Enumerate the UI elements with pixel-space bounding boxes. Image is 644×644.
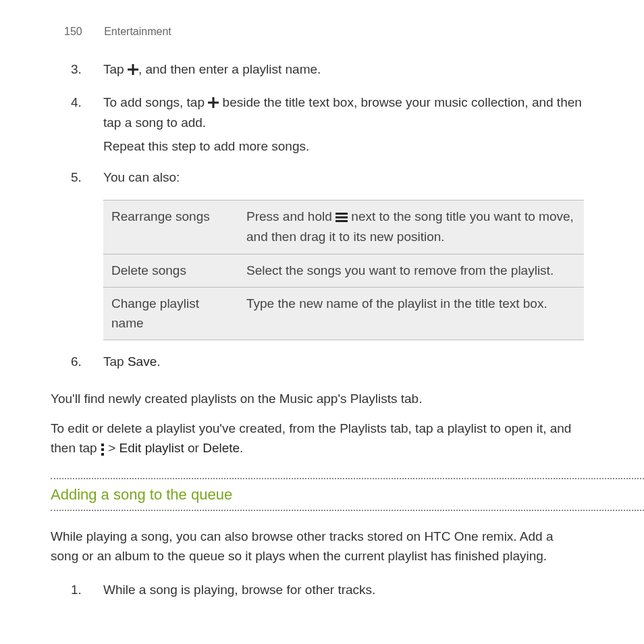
step-body: To add songs, tap beside the title text …	[103, 93, 583, 161]
save-label: Save	[128, 354, 157, 369]
svg-rect-6	[336, 220, 348, 222]
step-body: Tap , and then enter a playlist name.	[103, 60, 583, 85]
svg-rect-9	[101, 453, 104, 456]
svg-rect-3	[208, 101, 219, 103]
page-header: 150 Entertainment	[0, 24, 644, 40]
table-row: Delete songs Select the songs you want t…	[103, 254, 584, 288]
table-row: Rearrange songs Press and hold next to t…	[103, 200, 584, 254]
paragraph: To edit or delete a playlist you've crea…	[0, 414, 644, 464]
queue-step-1: 1. While a song is playing, browse for o…	[0, 581, 644, 604]
text: or	[184, 441, 203, 455]
table-row: Change playlist name Type the new name o…	[103, 288, 584, 340]
text: .	[157, 354, 160, 369]
options-table: Rearrange songs Press and hold next to t…	[103, 200, 584, 341]
step-number: 1.	[71, 581, 103, 604]
paragraph: You'll find newly created playlists on t…	[0, 384, 644, 414]
step-body: Tap Save.	[103, 352, 583, 376]
table-value: Type the new name of the playlist in the…	[238, 288, 584, 340]
text: You can also:	[103, 168, 583, 188]
plus-icon	[128, 61, 138, 81]
section-title: Adding a song to the queue	[51, 478, 644, 511]
step-3: 3. Tap , and then enter a playlist name.	[0, 60, 644, 85]
text: Press and hold	[246, 209, 336, 223]
step-body: You can also:	[103, 168, 583, 192]
step-5: 5. You can also:	[0, 168, 644, 192]
svg-rect-8	[101, 448, 104, 451]
step-number: 4.	[71, 93, 103, 161]
text: , and then enter a playlist name.	[138, 62, 321, 76]
edit-playlist-label: Edit playlist	[119, 441, 184, 455]
table-key: Delete songs	[103, 254, 238, 288]
text: Tap	[103, 354, 128, 369]
section-name: Entertainment	[104, 26, 171, 37]
table-key: Rearrange songs	[103, 200, 238, 254]
text: Repeat this step to add more songs.	[103, 137, 583, 157]
step-6: 6. Tap Save.	[0, 352, 644, 376]
drag-handle-icon	[336, 209, 348, 228]
step-number: 6.	[71, 352, 103, 376]
svg-rect-7	[101, 444, 104, 446]
table-value: Select the songs you want to remove from…	[238, 254, 584, 288]
text: To add songs, tap	[103, 95, 208, 109]
text: While a song is playing, browse for othe…	[103, 581, 583, 600]
step-body: While a song is playing, browse for othe…	[103, 581, 583, 604]
step-4: 4. To add songs, tap beside the title te…	[0, 93, 644, 161]
table-key: Change playlist name	[103, 288, 238, 340]
plus-icon	[208, 95, 219, 114]
delete-label: Delete	[203, 441, 240, 455]
svg-rect-5	[336, 216, 348, 218]
text: >	[105, 441, 119, 455]
svg-rect-4	[336, 213, 348, 215]
svg-rect-1	[128, 69, 138, 71]
text: .	[240, 441, 243, 455]
table-value: Press and hold next to the song title yo…	[238, 200, 584, 254]
text: Tap	[103, 62, 128, 76]
paragraph: While playing a song, you can also brows…	[0, 522, 644, 571]
page-number: 150	[64, 26, 82, 37]
step-number: 3.	[71, 60, 103, 85]
step-number: 5.	[71, 168, 103, 192]
